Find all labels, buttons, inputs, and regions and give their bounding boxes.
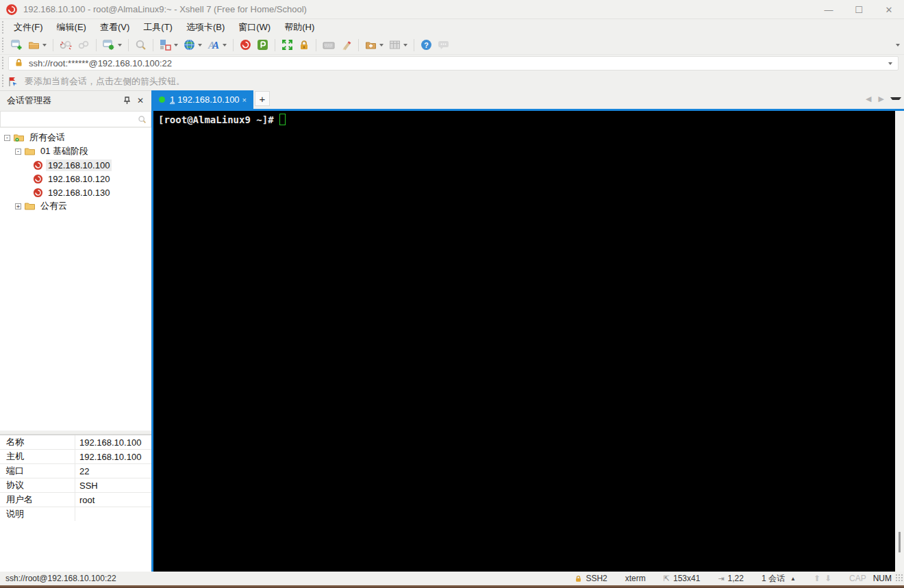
address-dropdown[interactable] bbox=[888, 62, 892, 65]
new-session-button[interactable] bbox=[9, 38, 25, 52]
fullscreen-icon bbox=[281, 39, 293, 51]
addressbar-grip[interactable] bbox=[1, 57, 4, 71]
maximize-button[interactable]: ☐ bbox=[844, 0, 874, 19]
menubar-grip[interactable] bbox=[1, 21, 4, 34]
pin-icon[interactable] bbox=[120, 94, 134, 107]
session-properties-dropdown[interactable] bbox=[118, 44, 122, 47]
tab-scroll-right-icon[interactable]: ▶ bbox=[875, 94, 888, 103]
window-resize-grip[interactable] bbox=[895, 574, 903, 582]
info-hint-text: 要添加当前会话，点击左侧的箭头按钮。 bbox=[25, 75, 185, 88]
scrollbar-thumb[interactable] bbox=[899, 532, 901, 552]
status-protocol: SSH2 bbox=[566, 574, 616, 583]
encoding-button[interactable] bbox=[181, 38, 204, 52]
close-button[interactable]: ✕ bbox=[874, 0, 904, 19]
new-tab-folder-button[interactable] bbox=[363, 38, 386, 52]
fullscreen-button[interactable] bbox=[279, 38, 295, 52]
tab-arrange-dropdown[interactable] bbox=[403, 44, 407, 47]
xshell-session-icon bbox=[33, 174, 43, 184]
tree-item-folder-cloud[interactable]: + 公有云 bbox=[0, 199, 151, 213]
toolbar: AA ? bbox=[0, 36, 904, 55]
help-button[interactable]: ? bbox=[418, 38, 434, 52]
menu-view[interactable]: 查看(V) bbox=[93, 19, 136, 36]
font-dropdown[interactable] bbox=[223, 44, 227, 47]
prev-session-icon[interactable]: ⬆ bbox=[814, 574, 820, 583]
menu-bar: 文件(F) 编辑(E) 查看(V) 工具(T) 选项卡(B) 窗口(W) 帮助(… bbox=[0, 19, 904, 36]
address-field[interactable]: ssh://root:******@192.168.10.100:22 bbox=[8, 56, 899, 71]
session-search-box[interactable] bbox=[0, 111, 151, 127]
status-session-count[interactable]: 1 会话 ▲ bbox=[753, 573, 805, 585]
keyboard-icon bbox=[323, 40, 335, 51]
xshell-logo-icon bbox=[5, 3, 18, 16]
tab-session-active[interactable]: 1 192.168.10.100 × bbox=[153, 90, 253, 109]
collapse-icon[interactable]: - bbox=[15, 149, 21, 155]
panel-close-icon[interactable]: ✕ bbox=[134, 94, 147, 107]
xshell-button[interactable] bbox=[238, 38, 253, 52]
menu-help[interactable]: 帮助(H) bbox=[277, 19, 321, 36]
tab-arrange-button[interactable] bbox=[387, 38, 410, 52]
tree-item-all-sessions[interactable]: - 所有会话 bbox=[0, 131, 151, 144]
session-properties-button[interactable] bbox=[101, 38, 124, 52]
feedback-button[interactable] bbox=[436, 38, 452, 52]
disconnect-button[interactable] bbox=[58, 38, 74, 52]
table-row: 名称 192.168.10.100 bbox=[0, 435, 151, 450]
shell-prompt: [root@AlmaLinux9 ~]# bbox=[158, 114, 274, 125]
session-search-input[interactable] bbox=[1, 112, 138, 126]
prop-label: 主机 bbox=[0, 450, 75, 463]
font-button[interactable]: AA bbox=[205, 38, 229, 52]
lock-screen-button[interactable] bbox=[297, 38, 312, 52]
status-terminal-type[interactable]: xterm bbox=[616, 574, 655, 583]
open-session-button[interactable] bbox=[26, 38, 49, 52]
terminal-screen[interactable]: [root@AlmaLinux9 ~]# bbox=[153, 111, 895, 572]
xshell-session-icon bbox=[33, 188, 43, 198]
tab-close-icon[interactable]: × bbox=[241, 96, 248, 104]
xftp-button[interactable] bbox=[255, 38, 271, 52]
prop-value: 22 bbox=[75, 466, 151, 476]
disconnect-icon bbox=[60, 40, 72, 51]
resize-icon: ⇱ bbox=[664, 574, 670, 583]
address-lock-icon bbox=[14, 58, 23, 69]
session-nav-arrows: ⬆ ⬇ bbox=[805, 574, 840, 583]
menu-tab[interactable]: 选项卡(B) bbox=[179, 19, 231, 36]
tree-item-session-130[interactable]: 192.168.10.130 bbox=[0, 186, 151, 199]
tab-label: 192.168.10.100 bbox=[177, 94, 239, 105]
window-title: 192.168.10.100 - root@AlmaLinux9:~ - Xsh… bbox=[23, 4, 307, 14]
new-tab-folder-dropdown[interactable] bbox=[379, 44, 384, 47]
tree-item-session-120[interactable]: 192.168.10.120 bbox=[0, 172, 151, 186]
tab-scroll-left-icon[interactable]: ◀ bbox=[862, 94, 875, 103]
title-bar: 192.168.10.100 - root@AlmaLinux9:~ - Xsh… bbox=[0, 0, 904, 19]
infobar-grip[interactable] bbox=[1, 75, 4, 88]
tree-item-folder-01[interactable]: - 01 基础阶段 bbox=[0, 144, 151, 158]
layout-button[interactable] bbox=[158, 38, 180, 52]
find-button[interactable] bbox=[133, 38, 149, 52]
globe-icon bbox=[184, 39, 195, 51]
highlight-pen-button[interactable] bbox=[338, 38, 354, 52]
session-list-toggle-icon[interactable]: ▲ bbox=[790, 576, 796, 582]
toolbar-overflow-dropdown[interactable] bbox=[896, 44, 900, 47]
new-session-icon bbox=[11, 39, 23, 51]
toolbar-grip[interactable] bbox=[1, 38, 4, 52]
session-properties-table: 名称 192.168.10.100 主机 192.168.10.100 端口 2… bbox=[0, 434, 151, 522]
encoding-dropdown[interactable] bbox=[198, 44, 202, 47]
open-session-dropdown[interactable] bbox=[42, 44, 47, 47]
menu-file[interactable]: 文件(F) bbox=[7, 19, 50, 36]
prop-label: 端口 bbox=[0, 464, 75, 478]
terminal-scrollbar[interactable] bbox=[895, 111, 904, 572]
bottom-edge-strip bbox=[0, 585, 904, 588]
session-manager-header: 会话管理器 ✕ bbox=[0, 91, 151, 110]
layout-dropdown[interactable] bbox=[174, 44, 178, 47]
next-session-icon[interactable]: ⬇ bbox=[825, 574, 831, 583]
minimize-button[interactable]: — bbox=[814, 0, 844, 19]
open-folder-icon bbox=[28, 40, 40, 51]
table-row: 说明 bbox=[0, 507, 151, 522]
tab-list-dropdown[interactable] bbox=[890, 97, 901, 100]
reconnect-button[interactable] bbox=[75, 38, 92, 52]
collapse-icon[interactable]: - bbox=[4, 135, 10, 141]
tree-item-session-100[interactable]: 192.168.10.100 bbox=[0, 158, 151, 172]
svg-text:A: A bbox=[212, 40, 219, 51]
virtual-keyboard-button[interactable] bbox=[321, 38, 337, 52]
menu-window[interactable]: 窗口(W) bbox=[231, 19, 277, 36]
menu-tools[interactable]: 工具(T) bbox=[136, 19, 179, 36]
menu-edit[interactable]: 编辑(E) bbox=[50, 19, 93, 36]
new-tab-button[interactable]: + bbox=[255, 91, 270, 106]
expand-icon[interactable]: + bbox=[15, 203, 21, 209]
